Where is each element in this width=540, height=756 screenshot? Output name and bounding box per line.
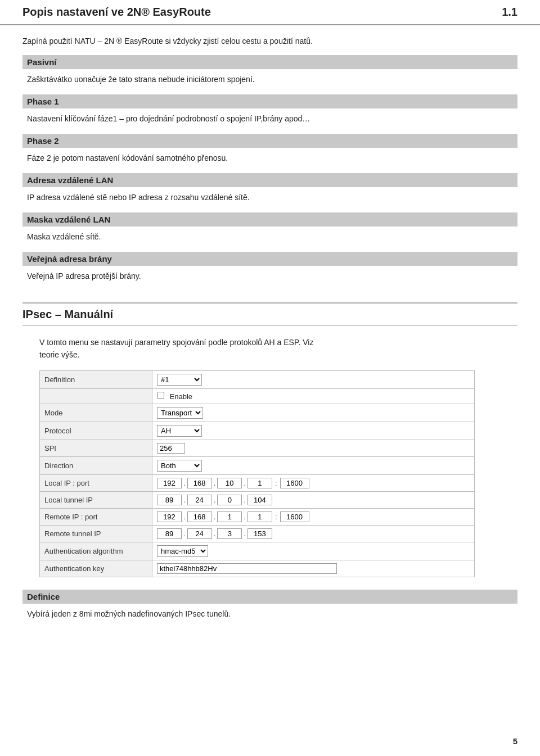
local-tunnel-ip-3[interactable] <box>217 495 242 505</box>
field-value-local-tunnel-ip: . . . <box>152 491 475 508</box>
page-header: Popis nastavení ve 2N® EasyRoute 1.1 <box>0 0 540 25</box>
remote-tunnel-ip-row: . . . <box>157 528 470 539</box>
dot-icon: . <box>183 513 186 521</box>
page-title: Popis nastavení ve 2N® EasyRoute <box>22 6 211 19</box>
local-ip-3[interactable] <box>217 478 242 488</box>
section-body-phase2: Fáze 2 je potom nastavení kódování samot… <box>22 150 518 169</box>
enable-label: Enable <box>170 392 192 401</box>
local-ip-row: . . . : <box>157 478 470 488</box>
protocol-select[interactable]: AHESP <box>157 425 202 437</box>
field-label-auth-alg: Authentication algorithm <box>40 542 152 560</box>
table-row: Mode TransportTunnel <box>40 404 475 422</box>
ipsec-title: IPsec – Manuální <box>22 308 113 320</box>
section-body-pasivni: Zaškrtávátko uonačuje že tato strana neb… <box>22 71 518 90</box>
field-value-direction: BothInOut <box>152 456 475 474</box>
table-row: Direction BothInOut <box>40 456 475 474</box>
dot-icon: . <box>213 479 217 487</box>
section-heading-phase1: Phase 1 <box>22 94 518 108</box>
field-label-direction: Direction <box>40 456 152 474</box>
local-ip-2[interactable] <box>187 478 212 488</box>
dot-icon: . <box>183 479 186 487</box>
field-label-protocol: Protocol <box>40 422 152 440</box>
section-heading-verejnaadresa: Veřejná adresa brány <box>22 252 518 266</box>
table-row: Protocol AHESP <box>40 422 475 440</box>
section-body-verejnaadresa: Veřejná IP adresa protější brány. <box>22 268 518 287</box>
dot-icon: . <box>183 496 186 504</box>
dot-icon: . <box>213 496 217 504</box>
dot-icon: . <box>213 529 217 538</box>
remote-tunnel-ip-1[interactable] <box>157 528 182 539</box>
remote-ip-1[interactable] <box>157 511 182 522</box>
field-label-spi: SPI <box>40 440 152 456</box>
auth-alg-select[interactable]: hmac-md5hmac-sha1 <box>157 545 208 557</box>
field-value-remote-ip: . . . : <box>152 508 475 525</box>
local-tunnel-ip-4[interactable] <box>248 495 272 505</box>
local-ip-4[interactable] <box>248 478 272 488</box>
intro-paragraph: Zapíná použití NATU – 2N ® EasyRoute si … <box>22 35 518 47</box>
section-heading-phase2: Phase 2 <box>22 134 518 148</box>
remote-ip-4[interactable] <box>248 511 272 522</box>
footer-page-number: 5 <box>513 736 518 746</box>
section-body-phase1: Nastavení klíčování fáze1 – pro dojednán… <box>22 111 518 129</box>
field-value-auth-key <box>152 560 475 577</box>
remote-ip-row: . . . : <box>157 511 470 522</box>
remote-tunnel-ip-4[interactable] <box>248 528 272 539</box>
section-body-definice: Vybírá jeden z 8mi možných nadefinovanýc… <box>22 606 518 624</box>
section-definice: Definice Vybírá jeden z 8mi možných nade… <box>22 590 518 624</box>
local-tunnel-ip-row: . . . <box>157 495 470 505</box>
field-label-mode: Mode <box>40 404 152 422</box>
remote-ip-2[interactable] <box>187 511 212 522</box>
local-tunnel-ip-1[interactable] <box>157 495 182 505</box>
section-maska-lan: Maska vzdálené LAN Maska vzdálené sítě. <box>22 212 518 247</box>
ipsec-section: IPsec – Manuální <box>22 302 518 326</box>
field-value-definition: #1#2#3#4 #5#6#7#8 <box>152 370 475 388</box>
dot-icon: . <box>213 513 217 521</box>
section-heading-pasivni: Pasivní <box>22 55 518 69</box>
direction-select[interactable]: BothInOut <box>157 460 202 472</box>
remote-ip-3[interactable] <box>217 511 242 522</box>
dot-icon: . <box>243 479 246 487</box>
colon-icon: : <box>273 513 279 521</box>
local-ip-1[interactable] <box>157 478 182 488</box>
table-row: Remote tunnel IP . . . <box>40 525 475 542</box>
colon-icon: : <box>273 479 279 487</box>
spi-input[interactable] <box>157 443 185 454</box>
table-row: Definition #1#2#3#4 #5#6#7#8 <box>40 370 475 388</box>
table-row: Remote IP : port . . . : <box>40 508 475 525</box>
ipsec-description: V tomto menu se nastavují parametry spoj… <box>39 336 518 361</box>
field-value-spi <box>152 440 475 456</box>
section-heading-maska-lan: Maska vzdálené LAN <box>22 212 518 227</box>
content-area: Zapíná použití NATU – 2N ® EasyRoute si … <box>0 35 540 624</box>
field-value-local-ip: . . . : <box>152 474 475 491</box>
section-phase1: Phase 1 Nastavení klíčování fáze1 – pro … <box>22 94 518 129</box>
section-body-maska-lan: Maska vzdálené sítě. <box>22 229 518 247</box>
remote-tunnel-ip-2[interactable] <box>187 528 212 539</box>
remote-tunnel-ip-3[interactable] <box>217 528 242 539</box>
ipsec-form-table: Definition #1#2#3#4 #5#6#7#8 Enable Mo <box>39 370 475 577</box>
field-value-remote-tunnel-ip: . . . <box>152 525 475 542</box>
auth-key-input[interactable] <box>157 563 337 574</box>
enable-checkbox[interactable] <box>157 392 164 399</box>
definition-select[interactable]: #1#2#3#4 #5#6#7#8 <box>157 374 202 386</box>
section-heading-definice: Definice <box>22 590 518 604</box>
table-row: Authentication key <box>40 560 475 577</box>
table-row: Local tunnel IP . . . <box>40 491 475 508</box>
table-row: SPI <box>40 440 475 456</box>
field-value-mode: TransportTunnel <box>152 404 475 422</box>
table-row: Enable <box>40 388 475 404</box>
table-row: Authentication algorithm hmac-md5hmac-sh… <box>40 542 475 560</box>
field-value-protocol: AHESP <box>152 422 475 440</box>
table-row: Local IP : port . . . : <box>40 474 475 491</box>
local-port[interactable] <box>280 478 309 488</box>
section-body-adresa-lan: IP adresa vzdálené stě nebo IP adresa z … <box>22 189 518 208</box>
field-label-remote-tunnel-ip: Remote tunnel IP <box>40 525 152 542</box>
local-tunnel-ip-2[interactable] <box>187 495 212 505</box>
dot-icon: . <box>183 529 186 538</box>
field-label-local-tunnel-ip: Local tunnel IP <box>40 491 152 508</box>
mode-select[interactable]: TransportTunnel <box>157 407 203 419</box>
field-label-remote-ip: Remote IP : port <box>40 508 152 525</box>
field-label-auth-key: Authentication key <box>40 560 152 577</box>
section-adresa-lan: Adresa vzdálené LAN IP adresa vzdálené s… <box>22 173 518 208</box>
field-value-enable: Enable <box>152 388 475 404</box>
remote-port[interactable] <box>280 511 309 522</box>
